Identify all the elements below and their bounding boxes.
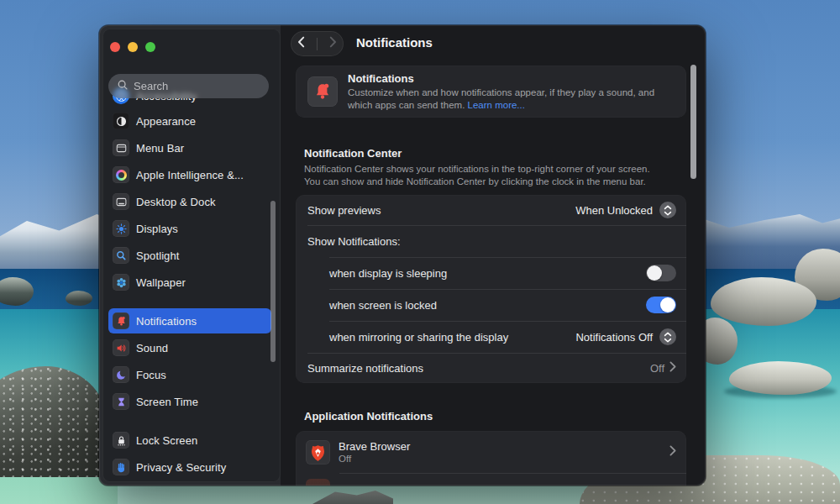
brave-icon xyxy=(306,440,330,465)
sidebar-item-wallpaper[interactable]: Wallpaper xyxy=(108,269,271,296)
wallpaper-icon xyxy=(113,274,129,291)
sidebar-item-notifications[interactable]: Notifications xyxy=(108,308,271,333)
hero-description: Customize when and how notifications app… xyxy=(348,87,654,112)
nav-separator xyxy=(317,38,318,50)
sidebar-item-label: Privacy & Security xyxy=(136,461,226,474)
wallpaper-rock xyxy=(729,361,832,395)
screen-time-icon xyxy=(113,393,129,410)
privacy-security-icon xyxy=(113,459,129,475)
close-window-button[interactable] xyxy=(110,42,120,52)
show-previews-value: When Unlocked xyxy=(575,204,653,217)
application-notifications-heading: Application Notifications xyxy=(304,410,433,423)
wallpaper-rock xyxy=(711,277,816,326)
system-settings-window: Accessibility xyxy=(99,25,706,486)
sidebar-item-desktop-dock[interactable]: Desktop & Dock xyxy=(108,188,271,215)
app-row-brave[interactable]: Brave Browser Off xyxy=(296,431,686,473)
menu-bar-icon xyxy=(113,139,129,156)
when-screen-locked-toggle[interactable] xyxy=(646,297,676,313)
summarize-notifications-row[interactable]: Summarize notifications Off xyxy=(296,353,686,383)
chevron-right-icon xyxy=(669,444,676,459)
notifications-icon xyxy=(307,76,338,107)
divider xyxy=(339,473,686,474)
sidebar-item-appearance[interactable]: Appearance xyxy=(108,108,271,134)
app-status: Off xyxy=(339,454,410,464)
lock-screen-icon xyxy=(113,432,129,449)
sidebar-item-label: Appearance xyxy=(136,115,196,128)
displays-icon xyxy=(113,220,129,237)
notifications-icon xyxy=(113,312,129,329)
hero-text: Notifications Customize when and how not… xyxy=(348,72,654,112)
notification-center-description: Notification Center shows your notificat… xyxy=(304,163,650,188)
show-previews-row: Show previews When Unlocked xyxy=(296,195,686,225)
sidebar-item-label: Apple Intelligence &... xyxy=(136,169,244,181)
desktop-dock-icon xyxy=(113,193,129,210)
back-button[interactable] xyxy=(297,36,306,51)
sidebar-item-label: Notifications xyxy=(136,315,197,328)
learn-more-link[interactable]: Learn more... xyxy=(468,100,525,110)
when-display-sleeping-row: when display is sleeping xyxy=(296,257,686,289)
sidebar-item-label: Menu Bar xyxy=(136,142,184,155)
app-name: Brave Browser xyxy=(339,440,410,453)
sidebar-item-label: Screen Time xyxy=(136,396,198,408)
app-row-partial xyxy=(306,479,362,486)
hero-title: Notifications xyxy=(348,72,654,85)
notifications-hero-card: Notifications Customize when and how not… xyxy=(296,66,686,118)
when-mirroring-dropdown[interactable] xyxy=(659,328,676,345)
chevron-right-icon xyxy=(669,360,676,375)
sidebar-item-menu-bar[interactable]: Menu Bar xyxy=(108,134,271,161)
wallpaper-rock xyxy=(66,291,92,306)
sidebar-list: Appearance Menu Bar Apple Int xyxy=(108,108,276,480)
sidebar-item-lock-screen[interactable]: Lock Screen xyxy=(108,427,271,454)
main-scrollbar[interactable] xyxy=(690,65,696,179)
appearance-icon xyxy=(113,113,129,129)
sidebar-item-label: Wallpaper xyxy=(136,276,186,289)
desktop: Accessibility xyxy=(0,0,840,504)
sidebar: Accessibility xyxy=(102,29,281,482)
app-text: Brave Browser Off xyxy=(339,440,410,464)
app-icon-partial xyxy=(306,479,330,486)
notification-center-heading: Notification Center xyxy=(304,147,402,160)
apple-intelligence-icon xyxy=(113,166,129,183)
sidebar-item-apple-intelligence[interactable]: Apple Intelligence &... xyxy=(108,161,271,188)
sidebar-item-focus[interactable]: Focus xyxy=(108,361,271,388)
sidebar-item-screen-time[interactable]: Screen Time xyxy=(108,388,271,415)
application-notifications-card: Brave Browser Off xyxy=(296,431,686,486)
focus-icon xyxy=(113,366,129,383)
forward-button[interactable] xyxy=(328,36,338,51)
show-previews-dropdown[interactable] xyxy=(659,202,676,218)
navigation-buttons xyxy=(291,31,344,56)
sidebar-scrollbar[interactable] xyxy=(270,201,276,362)
search-icon xyxy=(117,79,129,94)
minimize-window-button[interactable] xyxy=(128,42,138,52)
sidebar-item-label: Sound xyxy=(136,342,168,354)
when-display-sleeping-toggle[interactable] xyxy=(646,265,676,281)
show-notifications-row: Show Notifications: xyxy=(296,225,686,257)
spotlight-icon xyxy=(113,247,129,264)
settings-main-pane: Notifications Notifications Customize wh… xyxy=(281,25,706,486)
search-field[interactable] xyxy=(108,74,269,98)
search-input[interactable] xyxy=(134,80,243,92)
when-mirroring-value: Notifications Off xyxy=(575,331,653,344)
sidebar-item-label: Lock Screen xyxy=(136,434,197,447)
summarize-value: Off xyxy=(650,362,664,375)
sidebar-item-privacy-security[interactable]: Privacy & Security xyxy=(108,454,271,480)
when-screen-locked-row: when screen is locked xyxy=(296,289,686,321)
zoom-window-button[interactable] xyxy=(145,42,155,52)
sidebar-item-label: Spotlight xyxy=(136,249,180,262)
notification-center-card: Show previews When Unlocked Show Notific… xyxy=(296,195,686,383)
when-mirroring-row: when mirroring or sharing the display No… xyxy=(296,321,686,353)
sidebar-item-displays[interactable]: Displays xyxy=(108,215,271,242)
sound-icon xyxy=(113,339,129,356)
sidebar-item-spotlight[interactable]: Spotlight xyxy=(108,242,271,269)
sidebar-item-label: Desktop & Dock xyxy=(136,196,216,208)
sidebar-item-label: Focus xyxy=(136,369,166,381)
sidebar-item-label: Displays xyxy=(136,223,178,235)
page-title: Notifications xyxy=(356,35,433,50)
sidebar-item-sound[interactable]: Sound xyxy=(108,334,271,361)
